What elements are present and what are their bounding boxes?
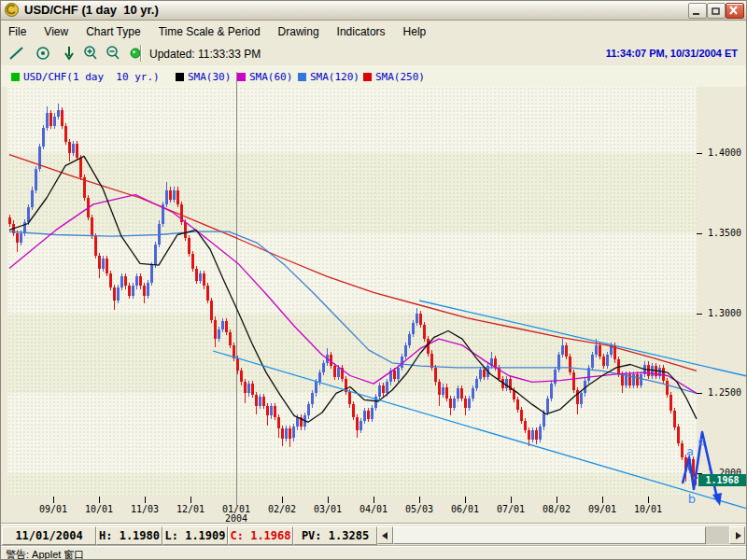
legend-item: SMA(60) [237,71,292,83]
time-axis-label: 03/01 [307,504,348,514]
legend-label: SMA(30) [188,71,231,83]
legend-swatch [11,73,20,81]
time-axis-label: 02/02 [261,504,303,514]
price-axis-tick [697,393,702,394]
server-clock: 11:34:07 PM, 10/31/2004 ET [606,48,738,59]
toolbar-separator [140,45,141,62]
legend-item: SMA(30) [176,71,231,83]
title-bar[interactable]: USD/CHF (1 day 10 yr.) [0,0,747,21]
connection-status-ball-icon [127,45,146,62]
close-button[interactable] [726,3,744,19]
legend-swatch [363,73,372,81]
legend-swatch [298,73,306,81]
minimize-button[interactable] [688,3,707,19]
price-axis-label: 1.4000 [708,147,741,158]
time-axis-label: 07/01 [490,504,531,514]
price-axis-tick [697,153,702,154]
zoom-in-icon[interactable] [82,45,101,62]
legend-swatch [237,73,246,81]
chart-left-margin [0,87,7,525]
applet-warning-bar: 警告: Applet 窗口 [0,546,747,560]
time-axis-tick [53,497,54,503]
app-logo-icon [5,3,19,17]
chart-plot-area[interactable] [7,87,697,496]
time-axis-label: 09/01 [582,504,623,514]
time-axis-tick [236,497,237,503]
price-axis: 1.40001.35001.30001.25001.2000 [697,87,747,525]
trendline-tool-icon[interactable] [7,45,26,62]
time-axis-tick [328,497,329,503]
window-title: USD/CHF (1 day 10 yr.) [24,3,159,17]
time-axis-year-label: 2004 [216,513,257,524]
minimize-icon [689,5,704,17]
legend-swatch [176,73,184,81]
price-axis-tick [697,473,702,474]
price-axis-label: 1.3500 [708,228,741,238]
time-axis-tick [374,497,374,503]
quote-close-box: C: 1.1968 [228,526,293,545]
legend-label: SMA(250) [375,71,425,83]
price-axis-label: 1.2500 [708,387,741,398]
restore-icon [708,5,723,17]
time-axis-tick [145,497,146,503]
price-axis-label: 1.3000 [708,308,741,318]
menu-item-help[interactable]: Help [403,25,427,38]
price-axis-tick [697,233,702,234]
time-axis-label: 05/03 [399,504,440,514]
scroll-left-button[interactable] [377,526,393,544]
quote-pivot-box: PV: 1.3285 [293,526,377,545]
price-axis-label: 1.2000 [708,468,741,478]
plot-texture [7,87,697,496]
price-axis-tick [697,314,702,315]
horizontal-scrollbar[interactable] [377,526,745,544]
time-axis-label: 06/01 [444,504,486,514]
time-axis-tick [648,497,649,503]
scroll-left-icon [382,532,388,539]
time-axis-label: 11/03 [124,504,165,514]
toolbar: Updated: 11:33:33 PM 11:34:07 PM, 10/31/… [0,42,747,66]
legend-item: SMA(120) [298,71,359,83]
quote-status-row: 11/01/2004 H: 1.1980 L: 1.1909 C: 1.1968… [0,524,747,547]
time-axis-tick [465,497,466,503]
menu-item-file[interactable]: File [8,25,26,38]
time-axis-label: 10/01 [627,504,669,514]
updated-label: Updated: 11:33:33 PM [149,48,261,61]
legend-label: USD/CHF(1 day 10 yr.) [23,71,160,83]
scroll-right-button[interactable] [729,526,745,544]
crosshair-tool-icon[interactable] [34,45,52,62]
quote-low-box: L: 1.1909 [162,526,228,545]
applet-warning-text: 警告: Applet 窗口 [6,548,84,560]
time-axis-label: 04/01 [353,504,394,514]
quote-date-box: 11/01/2004 [2,526,96,545]
scrollbar-thumb[interactable] [393,526,706,544]
time-axis-tick [419,497,420,503]
legend-label: SMA(120) [310,71,359,83]
time-axis-label: 10/01 [78,504,120,514]
time-axis-label: 09/01 [33,504,74,514]
legend-item: USD/CHF(1 day 10 yr.) [11,71,160,83]
time-axis-tick [282,497,283,503]
zoom-out-icon[interactable] [105,45,123,62]
chart-legend: USD/CHF(1 day 10 yr.)SMA(30)SMA(60)SMA(1… [0,65,747,88]
restore-button[interactable] [707,3,726,19]
down-arrow-tool-icon[interactable] [60,45,78,62]
menu-item-indicators[interactable]: Indicators [337,25,386,38]
time-axis-tick [602,497,603,503]
legend-item: SMA(250) [363,71,425,83]
time-axis-tick [557,497,557,503]
close-icon [726,5,741,17]
legend-label: SMA(60) [249,71,292,83]
menu-item-chart-type[interactable]: Chart Type [86,25,140,38]
menu-item-drawing[interactable]: Drawing [278,25,319,38]
menu-item-view[interactable]: View [44,25,68,38]
time-axis-tick [190,497,191,503]
scroll-right-icon [736,532,741,539]
time-axis-tick [511,497,512,503]
time-axis-label: 08/02 [536,504,577,514]
time-axis-label: 12/01 [170,504,211,514]
menu-item-time-scale-period[interactable]: Time Scale & Period [159,25,261,38]
time-axis: 09/0110/0111/0312/0101/01200402/0203/010… [0,496,697,525]
time-axis-tick [99,497,100,503]
menu-bar: FileViewChart TypeTime Scale & PeriodDra… [0,21,747,42]
quote-high-box: H: 1.1980 [96,526,162,545]
